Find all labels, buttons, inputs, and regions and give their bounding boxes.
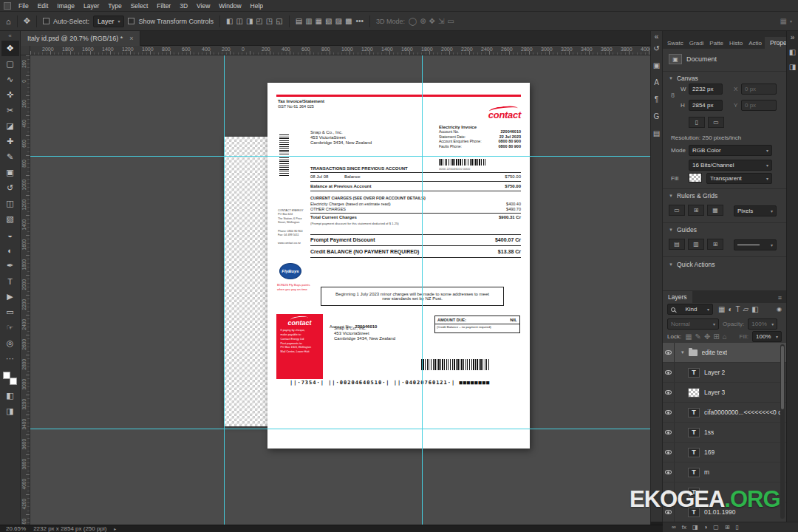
workspace-icon[interactable]: ▦ xyxy=(780,18,787,25)
lock-icon-1[interactable]: ✎ xyxy=(695,333,701,341)
tab-patte[interactable]: Patte xyxy=(706,38,726,49)
clone-stamp-tool[interactable]: ▣ xyxy=(1,165,19,180)
color-swatches[interactable] xyxy=(3,372,17,385)
orientation-button-1[interactable]: ▭ xyxy=(708,117,724,128)
lock-icon-4[interactable]: ⌂ xyxy=(723,333,727,341)
filter-toggle-icon[interactable]: ◉ xyxy=(777,306,782,313)
group-chevron-icon[interactable]: ▾ xyxy=(681,349,684,355)
layer-group-icon[interactable]: ▢ xyxy=(713,525,719,531)
status-options-chevron[interactable]: ▸ xyxy=(114,526,116,531)
history-icon[interactable]: ↺ xyxy=(653,45,659,52)
brush-tool[interactable]: ✎ xyxy=(1,149,19,165)
adjustment-layer-icon[interactable]: ◑ xyxy=(704,525,708,531)
layer-mask-icon[interactable]: ◨ xyxy=(692,525,698,531)
expand-dock-icon[interactable]: » xyxy=(791,34,795,41)
lock-icon-2[interactable]: ✥ xyxy=(704,333,710,341)
layer-filter-select[interactable]: Kind▾ xyxy=(667,304,713,315)
auto-select-target-dropdown[interactable]: Layer▾ xyxy=(93,16,125,27)
menu-item-image[interactable]: Image xyxy=(52,0,79,12)
fill-select[interactable]: Transparent▾ xyxy=(706,173,772,184)
layer-filter-icon-0[interactable]: ▦ xyxy=(718,306,725,313)
align-button-5[interactable]: ◱ xyxy=(276,18,282,25)
menu-item-type[interactable]: Type xyxy=(103,0,126,12)
background-color-swatch[interactable] xyxy=(10,378,17,385)
canvas-viewport[interactable]: Tax Invoice/Statement GST No 61 364 025 … xyxy=(30,55,650,525)
lasso-tool[interactable]: ∿ xyxy=(1,72,19,87)
collapse-dock-icon[interactable]: « xyxy=(655,33,659,41)
close-icon[interactable]: × xyxy=(129,35,133,42)
delete-layer-icon[interactable]: ▯ xyxy=(736,525,739,531)
pen-tool[interactable]: ✒ xyxy=(1,258,19,273)
layer-visibility-toggle[interactable] xyxy=(663,363,675,382)
tab-swatc[interactable]: Swatc xyxy=(664,38,686,49)
glyphs-icon[interactable]: G xyxy=(654,113,660,120)
ruler-grid-button-1[interactable]: ⊞ xyxy=(688,205,704,216)
zoom-tool[interactable]: ◎ xyxy=(1,335,19,351)
toolbar-collapse-icon[interactable]: « xyxy=(8,33,11,39)
vertical-ruler[interactable]: 2000200400600800100012001400160018002000… xyxy=(21,55,30,525)
fill-swatch[interactable] xyxy=(689,173,702,183)
layers-fill-select[interactable]: 100%▾ xyxy=(752,331,782,342)
layer-row[interactable]: Tm xyxy=(663,463,786,482)
layer-filter-icon-1[interactable]: ◐ xyxy=(728,306,732,313)
3d-mode-button-2[interactable]: ✥ xyxy=(429,18,435,25)
align-button-3[interactable]: ◰ xyxy=(256,18,262,25)
menu-item-help[interactable]: Help xyxy=(246,0,267,12)
distribute-button-5[interactable]: ▩ xyxy=(345,18,352,25)
marquee-tool[interactable]: ▢ xyxy=(1,56,19,72)
dodge-tool[interactable]: ◐ xyxy=(1,242,19,258)
layer-row[interactable]: TLayer 2 xyxy=(663,363,786,383)
menu-item-select[interactable]: Select xyxy=(126,0,153,12)
lock-icon-3[interactable]: ⊞ xyxy=(713,333,719,341)
move-tool[interactable]: ✥ xyxy=(1,41,19,56)
canvas-height-field[interactable]: 2854 px xyxy=(689,100,723,111)
distribute-button-1[interactable]: ▥ xyxy=(305,18,312,25)
app-icon[interactable] xyxy=(4,2,11,10)
guide-style-select[interactable]: ▾ xyxy=(734,239,777,250)
3d-mode-button-0[interactable]: ◯ xyxy=(409,18,417,25)
guide[interactable] xyxy=(224,55,225,525)
screen-mode-icon[interactable]: ◨ xyxy=(1,403,19,419)
document-tab[interactable]: Italy id.psd @ 20.7% (RGB/16) * × xyxy=(21,31,140,46)
menu-item-view[interactable]: View xyxy=(192,0,214,12)
guides-section-header[interactable]: ▼Guides xyxy=(669,226,697,233)
gradient-tool[interactable]: ▧ xyxy=(1,211,19,227)
layer-filter-icon-4[interactable]: ◧ xyxy=(751,306,758,313)
quick-selection-tool[interactable]: ✜ xyxy=(1,87,19,103)
guide-button-2[interactable]: ⊞ xyxy=(707,239,723,250)
layer-visibility-toggle[interactable] xyxy=(663,383,675,402)
layers-scrollbar[interactable] xyxy=(780,344,785,519)
layer-row[interactable]: Tcifa0000000...<<<<<<<<0 d xyxy=(663,403,786,423)
paragraph-icon[interactable]: ¶ xyxy=(655,96,658,103)
align-button-2[interactable]: ◨ xyxy=(246,18,253,25)
foreground-color-swatch[interactable] xyxy=(3,372,10,379)
ruler-grid-button-2[interactable]: ▦ xyxy=(707,205,723,216)
zoom-level[interactable]: 20.65% xyxy=(6,525,26,532)
3d-mode-button-1[interactable]: ⊕ xyxy=(420,18,426,25)
guide[interactable] xyxy=(30,429,650,429)
clone-source-icon[interactable]: ▣ xyxy=(653,62,660,69)
menu-item-3d[interactable]: 3D xyxy=(175,0,192,12)
bit-depth-select[interactable]: 16 Bits/Channel▾ xyxy=(689,160,772,171)
layer-filter-icon-2[interactable]: T xyxy=(736,306,740,313)
guide-button-1[interactable]: ▥ xyxy=(688,239,704,250)
3d-mode-button-3[interactable]: ⇲ xyxy=(438,18,444,25)
layer-filter-icon-3[interactable]: ▱ xyxy=(743,306,749,313)
show-transform-checkbox[interactable] xyxy=(128,18,134,24)
link-layers-icon[interactable]: ∞ xyxy=(672,525,676,531)
home-icon[interactable]: ⌂ xyxy=(6,17,11,26)
distribute-button-0[interactable]: ▤ xyxy=(296,18,302,25)
lock-icon-0[interactable]: ▦ xyxy=(685,333,692,341)
chevron-down-icon[interactable]: ▾ xyxy=(790,18,792,24)
move-tool-options-icon[interactable]: ✥ xyxy=(24,16,30,26)
libraries-icon[interactable]: ▤ xyxy=(653,130,660,137)
canvas-width-field[interactable]: 2232 px xyxy=(689,83,723,95)
edit-toolbar-icon[interactable]: ⋯ xyxy=(1,351,19,366)
menu-item-filter[interactable]: Filter xyxy=(152,0,175,12)
align-button-4[interactable]: ◳ xyxy=(266,18,273,25)
align-button-1[interactable]: ◫ xyxy=(236,18,242,25)
ruler-grid-button-0[interactable]: ▭ xyxy=(669,205,685,216)
quick-actions-section-header[interactable]: ▼Quick Actions xyxy=(669,261,715,268)
eyedropper-tool[interactable]: ◪ xyxy=(1,118,19,134)
hand-tool[interactable]: ☞ xyxy=(1,320,19,335)
